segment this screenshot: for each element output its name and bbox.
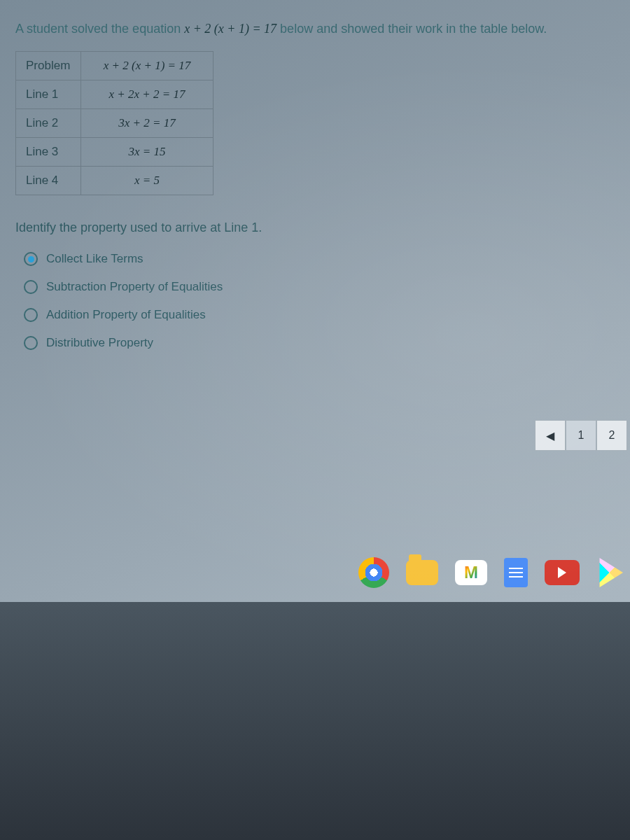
chrome-icon[interactable] xyxy=(358,557,389,588)
option-label: Distributive Property xyxy=(46,336,153,350)
intro-equation: x + 2 (x + 1) = 17 xyxy=(184,22,276,36)
gmail-icon[interactable]: M xyxy=(455,560,487,585)
question-content: A student solved the equation x + 2 (x +… xyxy=(0,0,630,357)
pager-page-1[interactable]: 1 xyxy=(566,420,596,451)
row-label: Line 1 xyxy=(16,80,81,109)
pager-prev-button[interactable]: ◀ xyxy=(535,420,566,451)
table-row: Problem x + 2 (x + 1) = 17 xyxy=(16,52,214,80)
desk-shadow xyxy=(0,602,630,840)
intro-suffix: below and showed their work in the table… xyxy=(280,22,547,36)
option-label: Collect Like Terms xyxy=(46,252,144,266)
table-row: Line 3 3x = 15 xyxy=(16,138,214,167)
row-value: x + 2 (x + 1) = 17 xyxy=(81,52,214,80)
row-value: x + 2x + 2 = 17 xyxy=(81,80,214,109)
play-store-icon[interactable] xyxy=(596,558,623,587)
row-value: 3x + 2 = 17 xyxy=(81,109,214,138)
row-value: x = 5 xyxy=(81,167,214,195)
row-value: 3x = 15 xyxy=(81,138,214,167)
option-label: Subtraction Property of Equalities xyxy=(46,280,223,294)
radio-icon xyxy=(24,308,38,322)
radio-icon xyxy=(24,252,38,266)
os-taskbar: M xyxy=(358,557,623,588)
radio-icon xyxy=(24,336,38,350)
radio-icon xyxy=(24,280,38,294)
answer-options: Collect Like Terms Subtraction Property … xyxy=(24,245,615,357)
intro-prefix: A student solved the equation xyxy=(15,22,184,36)
page-number: 1 xyxy=(578,429,584,442)
table-row: Line 1 x + 2x + 2 = 17 xyxy=(16,80,214,109)
youtube-icon[interactable] xyxy=(545,560,580,585)
row-label: Line 4 xyxy=(16,167,81,195)
table-row: Line 2 3x + 2 = 17 xyxy=(16,109,214,138)
work-table: Problem x + 2 (x + 1) = 17 Line 1 x + 2x… xyxy=(15,51,214,195)
question-prompt: Identify the property used to arrive at … xyxy=(15,220,615,235)
pager-page-2[interactable]: 2 xyxy=(596,420,627,451)
docs-icon[interactable] xyxy=(504,558,528,587)
page-number: 2 xyxy=(609,429,615,442)
option-distributive-property[interactable]: Distributive Property xyxy=(24,329,615,357)
option-addition-property[interactable]: Addition Property of Equalities xyxy=(24,301,615,329)
option-subtraction-property[interactable]: Subtraction Property of Equalities xyxy=(24,273,615,301)
question-pager: ◀ 1 2 xyxy=(535,420,627,451)
problem-intro: A student solved the equation x + 2 (x +… xyxy=(15,20,615,38)
table-row: Line 4 x = 5 xyxy=(16,167,214,195)
files-icon[interactable] xyxy=(406,560,438,585)
row-label: Line 2 xyxy=(16,109,81,138)
row-label: Line 3 xyxy=(16,138,81,167)
chevron-left-icon: ◀ xyxy=(546,429,554,442)
option-collect-like-terms[interactable]: Collect Like Terms xyxy=(24,245,615,273)
row-label: Problem xyxy=(16,52,81,80)
option-label: Addition Property of Equalities xyxy=(46,308,206,322)
